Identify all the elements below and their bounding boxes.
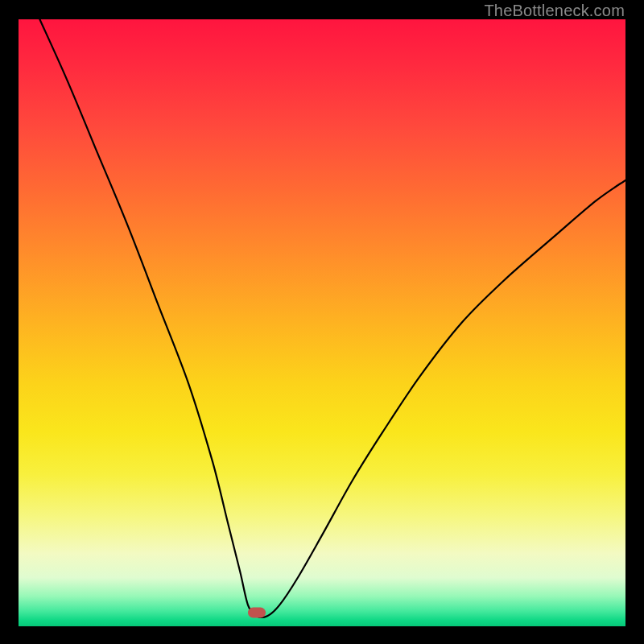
curve-svg [19,19,625,626]
bottleneck-curve [39,19,625,617]
optimal-point-marker [248,608,266,618]
watermark-text: TheBottleneck.com [484,2,625,20]
chart-area [19,19,625,626]
